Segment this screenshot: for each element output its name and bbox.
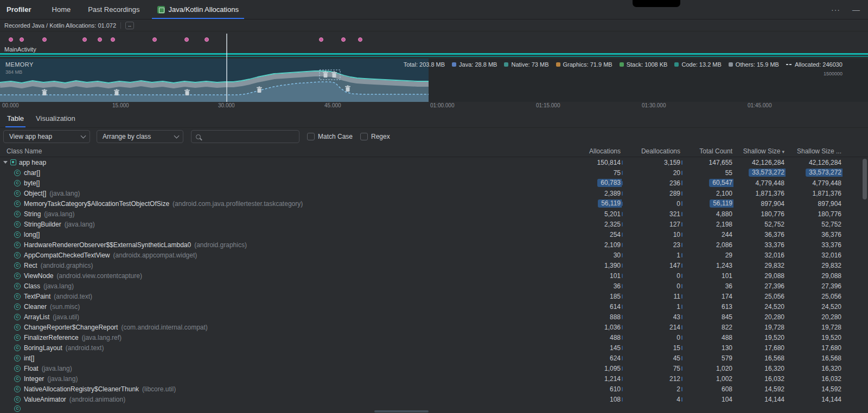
allocation-event-dot[interactable] bbox=[358, 37, 362, 42]
allocation-event-dot[interactable] bbox=[42, 37, 47, 42]
allocation-event-dot[interactable] bbox=[20, 37, 24, 42]
class-icon: C bbox=[14, 324, 21, 331]
tab-label: Home bbox=[52, 5, 71, 14]
column-header-deallocations[interactable]: Deallocations bbox=[622, 147, 681, 155]
cell-value: 845 bbox=[722, 313, 732, 321]
allocation-event-dot[interactable] bbox=[9, 37, 13, 42]
table-row[interactable]: CNativeAllocationRegistry$CleanerThunk(l… bbox=[0, 384, 868, 394]
regex-checkbox[interactable]: Regex bbox=[360, 133, 390, 140]
table-row[interactable]: app heap150,8143,159147,65542,126,28442,… bbox=[0, 157, 868, 167]
cell-value: 2,198 bbox=[716, 221, 732, 228]
table-row[interactable]: CBoringLayout(android.text)1451513017,68… bbox=[0, 343, 868, 353]
column-header-shallow-size[interactable]: Shallow Size▾ bbox=[733, 147, 786, 155]
zoom-to-selection-icon[interactable]: ↔ bbox=[125, 22, 134, 29]
shallow-size-cell: 19,728 bbox=[733, 324, 786, 331]
tab-home[interactable]: Home bbox=[43, 0, 80, 19]
allocations-cell: 1,390 bbox=[573, 262, 622, 269]
top-bar: Profiler HomePast RecordingsJava/Kotlin … bbox=[0, 0, 868, 20]
arrange-select[interactable]: Arrange by class bbox=[97, 130, 183, 143]
allocation-event-dot[interactable] bbox=[98, 37, 102, 42]
table-row[interactable]: Cbyte[]60,78323660,5474,779,4484,779,448 bbox=[0, 178, 868, 188]
shallow-size-cell: 29,088 bbox=[733, 272, 786, 280]
cell-value: 27,396 bbox=[821, 282, 841, 290]
allocation-event-dot[interactable] bbox=[319, 37, 323, 42]
shallow-size-cell: 14,144 bbox=[733, 396, 786, 403]
class-name-cell: CClass(java.lang) bbox=[0, 282, 573, 290]
allocation-event-dot[interactable] bbox=[152, 37, 157, 42]
table-row[interactable]: CTextPaint(android.text)1851117425,05625… bbox=[0, 291, 868, 301]
total-count-cell: 36 bbox=[681, 282, 733, 290]
column-header-total-count[interactable]: Total Count bbox=[681, 147, 733, 155]
search-box[interactable] bbox=[191, 130, 299, 143]
table-row[interactable]: CChangeReporter$ChangeReport(com.android… bbox=[0, 322, 868, 332]
table-row[interactable]: Cchar[]75205533,573,27233,573,272 bbox=[0, 167, 868, 178]
table-row[interactable]: Clong[]2541024436,37636,376 bbox=[0, 229, 868, 240]
allocation-event-dot[interactable] bbox=[82, 37, 87, 42]
heap-select[interactable]: View app heap bbox=[3, 130, 90, 143]
table-row[interactable]: CStringBuilder(java.lang)2,3251272,19852… bbox=[0, 219, 868, 229]
allocation-event-dot[interactable] bbox=[205, 37, 209, 42]
table-row[interactable]: CValueAnimator(android.animation)1084104… bbox=[0, 394, 868, 404]
shallow-size-cell: 20,280 bbox=[733, 313, 786, 321]
allocation-event-dot[interactable] bbox=[184, 37, 189, 42]
table-row[interactable]: CRect(android.graphics)1,3901471,24329,8… bbox=[0, 260, 868, 270]
table-row[interactable]: CObject[](java.lang)2,3892892,1001,871,3… bbox=[0, 188, 868, 198]
view-tabs: TableVisualization bbox=[0, 109, 868, 128]
class-name-cell: CStringBuilder(java.lang) bbox=[0, 221, 573, 228]
class-icon: C bbox=[14, 293, 21, 300]
table-row[interactable]: CViewNode(android.view.contentcapture)10… bbox=[0, 270, 868, 281]
allocated-axis-max: 1500000 bbox=[824, 71, 843, 76]
view-tab-visualization[interactable]: Visualization bbox=[30, 109, 81, 127]
table-row[interactable]: CCleaner(sun.misc)614161324,52024,520 bbox=[0, 301, 868, 312]
table-row[interactable]: CMemoryTaskCategory$AllocationTestObject… bbox=[0, 198, 868, 209]
table-body: app heap150,8143,159147,65542,126,28442,… bbox=[0, 157, 868, 413]
view-tab-table[interactable]: Table bbox=[1, 109, 30, 127]
table-header: Class NameAllocationsDeallocationsTotal … bbox=[0, 145, 868, 157]
match-case-checkbox[interactable]: Match Case bbox=[307, 133, 353, 140]
class-icon: C bbox=[14, 273, 21, 279]
search-icon bbox=[196, 134, 201, 139]
allocations-cell: 30 bbox=[573, 251, 622, 259]
column-header-class-name[interactable]: Class Name bbox=[0, 147, 573, 155]
more-icon[interactable]: ··· bbox=[831, 5, 840, 14]
table-row[interactable]: CArrayList(java.util)8884384520,28020,28… bbox=[0, 312, 868, 322]
table-row[interactable]: CHardwareRendererObserver$$ExternalSynth… bbox=[0, 240, 868, 250]
cell-value: 33,573,272 bbox=[806, 169, 843, 177]
cell-value: 0 bbox=[676, 272, 680, 280]
table-row[interactable]: CFloat(java.lang)1,095751,02016,32016,32… bbox=[0, 363, 868, 373]
class-name: int[] bbox=[24, 354, 34, 362]
table-row[interactable]: CFinalizerReference(java.lang.ref)488048… bbox=[0, 332, 868, 343]
table-row[interactable]: CString(java.lang)5,2013214,880180,77618… bbox=[0, 209, 868, 219]
horizontal-scrollbar[interactable] bbox=[374, 410, 429, 412]
expander-icon[interactable] bbox=[3, 161, 8, 164]
class-name-cell: CMemoryTaskCategory$AllocationTestObject… bbox=[0, 200, 573, 208]
allocation-event-dot[interactable] bbox=[341, 37, 346, 42]
tab-past-recordings[interactable]: Past Recordings bbox=[79, 0, 148, 19]
table-toolbar: View app heap Arrange by class Match Cas… bbox=[0, 128, 868, 145]
total-count-cell: 1,020 bbox=[681, 365, 733, 372]
allocation-event-dot[interactable] bbox=[111, 37, 115, 42]
column-header-allocations[interactable]: Allocations bbox=[573, 147, 622, 155]
timeline-playhead[interactable] bbox=[226, 34, 227, 102]
table-row[interactable]: CInteger(java.lang)1,2142121,00216,03216… bbox=[0, 373, 868, 384]
cell-value: 52,752 bbox=[821, 221, 841, 228]
legend-item: Graphics: 71.9 MB bbox=[556, 61, 612, 68]
cell-value: 55 bbox=[725, 169, 732, 177]
search-input[interactable] bbox=[204, 132, 295, 141]
total-count-cell: 56,119 bbox=[681, 199, 733, 208]
cell-value: 147 bbox=[669, 262, 680, 269]
shallow-size-cell: 17,680 bbox=[733, 344, 786, 352]
table-row[interactable]: Cint[]6244557916,56816,568 bbox=[0, 353, 868, 363]
tab-java-kotlin-allocations[interactable]: Java/Kotlin Allocations bbox=[149, 0, 247, 19]
cell-value: 1 bbox=[676, 303, 680, 311]
minimize-icon[interactable]: — bbox=[852, 5, 860, 14]
cell-value: 29,832 bbox=[764, 262, 784, 269]
column-header-shallow-size-[interactable]: Shallow Size ... bbox=[786, 147, 843, 155]
table-row-partial[interactable]: C bbox=[0, 404, 868, 413]
vertical-scrollbar[interactable] bbox=[863, 159, 867, 199]
package-name: (android.animation) bbox=[69, 396, 125, 403]
cell-value: 1,871,376 bbox=[813, 190, 841, 197]
total-count-cell: 613 bbox=[681, 303, 733, 311]
table-row[interactable]: CAppCompatCheckedTextView(androidx.appco… bbox=[0, 250, 868, 260]
table-row[interactable]: CClass(java.lang)3603627,39627,396 bbox=[0, 281, 868, 291]
